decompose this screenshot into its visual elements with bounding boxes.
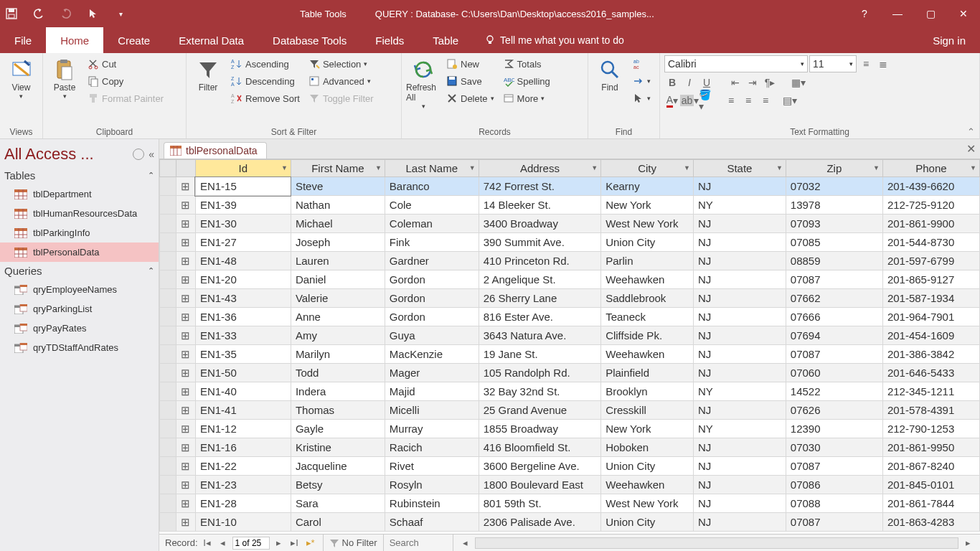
cell[interactable]: EN1-15 — [195, 177, 291, 196]
column-header-phone[interactable]: Phone▼ — [882, 160, 979, 177]
cell[interactable]: 742 Forrest St. — [479, 177, 600, 196]
totals-button[interactable]: Totals — [500, 55, 553, 72]
cell[interactable]: 201-867-8240 — [882, 457, 979, 476]
font-select[interactable]: Calibri▾ — [664, 55, 808, 72]
filter-dropdown-icon[interactable]: ▼ — [684, 164, 690, 171]
bullets-icon[interactable]: ≡ — [858, 56, 874, 72]
filter-dropdown-icon[interactable]: ▼ — [873, 164, 880, 171]
column-header-address[interactable]: Address▼ — [479, 160, 600, 177]
cell[interactable]: EN1-36 — [195, 308, 291, 326]
filter-button[interactable]: Filter — [191, 55, 225, 93]
remove-sort-button[interactable]: AZRemove Sort — [228, 90, 303, 107]
cell[interactable]: EN1-40 — [195, 382, 291, 401]
cell[interactable]: Lauren — [291, 252, 385, 270]
expand-icon[interactable]: ⊞ — [176, 364, 195, 382]
expand-icon[interactable]: ⊞ — [176, 326, 195, 345]
expand-icon[interactable]: ⊞ — [176, 476, 195, 494]
horizontal-scrollbar[interactable] — [475, 537, 958, 549]
minimize-icon[interactable]: — — [881, 0, 914, 27]
cell[interactable]: 201-646-5433 — [882, 364, 979, 382]
cell[interactable]: 2 Angelique St. — [479, 270, 600, 289]
cell[interactable]: West New York — [601, 494, 694, 513]
nav-group-queries[interactable]: Queries⌃ — [0, 262, 159, 280]
cell[interactable]: Hoboken — [601, 438, 694, 457]
cell[interactable]: EN1-43 — [195, 289, 291, 308]
maximize-icon[interactable]: ▢ — [914, 0, 947, 27]
cell[interactable]: Joseph — [291, 233, 385, 252]
cell[interactable]: EN1-28 — [195, 494, 291, 513]
column-header-zip[interactable]: Zip▼ — [786, 160, 882, 177]
row-selector[interactable] — [160, 233, 176, 252]
cell[interactable]: Guya — [385, 326, 479, 345]
cell[interactable]: Anne — [291, 308, 385, 326]
tab-table[interactable]: Table — [418, 27, 473, 53]
datasheet-grid[interactable]: Id▼First Name▼Last Name▼Address▼City▼Sta… — [159, 159, 980, 534]
qat-customize-icon[interactable]: ▾ — [113, 6, 128, 21]
save-record-button[interactable]: Save — [443, 72, 497, 90]
row-selector[interactable] — [160, 196, 176, 215]
expand-icon[interactable]: ⊞ — [176, 345, 195, 364]
cut-button[interactable]: Cut — [85, 55, 166, 72]
row-selector[interactable] — [160, 382, 176, 401]
tab-file[interactable]: File — [0, 27, 46, 53]
cell[interactable]: NY — [693, 420, 786, 438]
align-left-icon[interactable]: ≡ — [723, 93, 739, 108]
row-selector[interactable] — [160, 215, 176, 233]
cell[interactable]: EN1-50 — [195, 364, 291, 382]
next-record-icon[interactable]: ▸ — [273, 537, 286, 550]
inc-indent-icon[interactable]: ⇥ — [745, 75, 760, 90]
cell[interactable]: 212-345-1211 — [882, 382, 979, 401]
first-record-icon[interactable]: I◂ — [201, 537, 214, 550]
nav-pane-header[interactable]: All Access ... « — [0, 142, 159, 166]
cell[interactable]: NY — [693, 382, 786, 401]
cell[interactable]: Micelli — [385, 401, 479, 420]
cell[interactable]: EN1-39 — [195, 196, 291, 215]
pointer-icon[interactable] — [86, 6, 100, 21]
cell[interactable]: NJ — [693, 252, 786, 270]
cell[interactable]: Murray — [385, 420, 479, 438]
expand-icon[interactable]: ⊞ — [176, 233, 195, 252]
nav-item-qryemployeenames[interactable]: qryEmployeeNames — [0, 280, 159, 299]
cell[interactable]: Union City — [601, 513, 694, 532]
cell[interactable]: 07030 — [786, 438, 882, 457]
row-selector[interactable] — [160, 308, 176, 326]
cell[interactable]: 201-845-0101 — [882, 476, 979, 494]
expand-icon[interactable]: ⊞ — [176, 382, 195, 401]
row-selector[interactable] — [160, 420, 176, 438]
cell[interactable]: Weehawken — [601, 476, 694, 494]
scroll-left-icon[interactable]: ◂ — [459, 537, 472, 550]
cell[interactable]: Michael — [291, 215, 385, 233]
expand-icon[interactable]: ⊞ — [176, 270, 195, 289]
row-selector[interactable] — [160, 476, 176, 494]
cell[interactable]: Teaneck — [601, 308, 694, 326]
selection-button[interactable]: Selection ▾ — [306, 55, 377, 72]
filter-dropdown-icon[interactable]: ▼ — [591, 164, 598, 171]
redo-icon[interactable] — [59, 6, 73, 21]
bold-button[interactable]: B — [664, 75, 680, 90]
cell[interactable]: 25 Grand Avenue — [479, 401, 600, 420]
prev-record-icon[interactable]: ◂ — [217, 537, 230, 550]
cell[interactable]: 26 Sherry Lane — [479, 289, 600, 308]
cell[interactable]: 07694 — [786, 326, 882, 345]
cell[interactable]: Majid — [385, 382, 479, 401]
cell[interactable]: 3643 Natura Ave. — [479, 326, 600, 345]
fill-color-button[interactable]: 🪣▾ — [699, 93, 715, 108]
cell[interactable]: 19 Jane St. — [479, 345, 600, 364]
cell[interactable]: EN1-48 — [195, 252, 291, 270]
save-icon[interactable] — [4, 6, 19, 21]
cell[interactable]: 816 Ester Ave. — [479, 308, 600, 326]
filter-dropdown-icon[interactable]: ▼ — [970, 164, 976, 171]
cell[interactable]: Parlin — [601, 252, 694, 270]
expand-icon[interactable]: ⊞ — [176, 457, 195, 476]
cell[interactable]: 212-790-1253 — [882, 420, 979, 438]
nav-collapse-icon[interactable]: « — [149, 149, 154, 160]
cell[interactable]: 201-578-4391 — [882, 401, 979, 420]
last-record-icon[interactable]: ▸I — [288, 537, 301, 550]
row-selector[interactable] — [160, 457, 176, 476]
cell[interactable]: EN1-10 — [195, 513, 291, 532]
cell[interactable]: Rivet — [385, 457, 479, 476]
font-color-button[interactable]: A▾ — [664, 93, 680, 108]
expand-icon[interactable]: ⊞ — [176, 494, 195, 513]
cell[interactable]: EN1-30 — [195, 215, 291, 233]
cell[interactable]: Betsy — [291, 476, 385, 494]
